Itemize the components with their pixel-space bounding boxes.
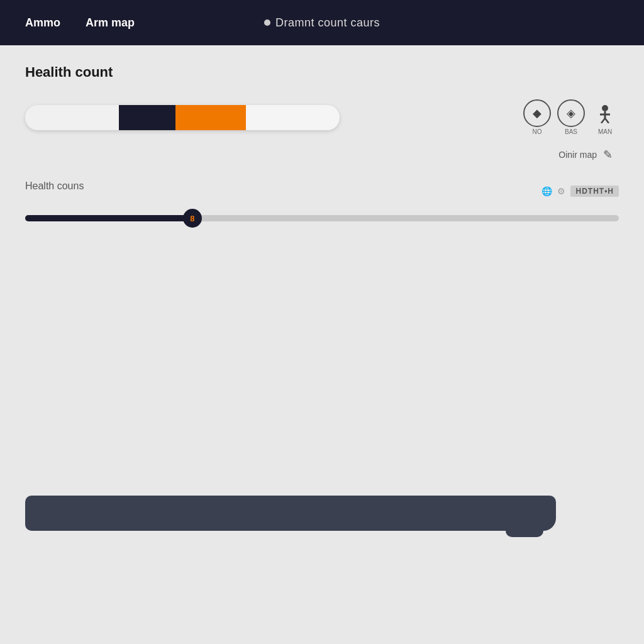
section-icons: 🌐 ⚙ HDTHT•H [541,186,619,197]
icon-label-no: NO [533,128,542,135]
icon-label-man: MAN [598,128,612,135]
nav-ammo-link[interactable]: Ammo [25,16,60,30]
page-title: Healith count [25,64,619,80]
bar-segment-white-left [25,105,119,130]
icon-label-bas: BAS [565,128,577,135]
bottom-bar-notch [506,525,543,537]
svg-line-4 [605,118,609,123]
slider-thumb[interactable]: 8 [183,209,202,228]
svg-line-3 [601,118,605,123]
icon-block-1: ◆ NO [523,99,551,135]
icons-group: ◆ NO ◈ BAS MAN [523,99,619,135]
bar-segment-orange [175,105,246,130]
icon-block-3: MAN [591,99,619,135]
navbar-right: Ammo Arm map [25,16,135,30]
minimap-row: Oinir map ✎ [25,148,619,162]
mini-icon-2: ⚙ [557,186,565,196]
health-slider-container: 8 [25,209,619,227]
bottom-bar [25,496,556,531]
color-bar [25,105,340,130]
navbar-center: Dramnt count caurs [264,16,380,30]
diamond-icon-2[interactable]: ◈ [557,99,585,127]
diamond-icon-1[interactable]: ◆ [523,99,551,127]
health-section-header: Health couns 🌐 ⚙ HDTHT•H [25,180,619,202]
color-bar-row: ◆ NO ◈ BAS MAN [25,99,619,135]
icon-block-2: ◈ BAS [557,99,585,135]
bar-segment-dark [119,105,175,130]
slider-fill [25,215,186,221]
mini-icon-1: 🌐 [541,186,552,196]
navbar: Dramnt count caurs Ammo Arm map [0,0,644,45]
dotted-badge: HDTHT•H [570,186,619,197]
nav-map-link[interactable]: Arm map [86,16,135,30]
main-content: Healith count ◆ NO ◈ BAS [0,45,644,271]
edit-icon[interactable]: ✎ [603,148,613,162]
health-section-label: Health couns [25,180,84,192]
nav-dot-icon [264,19,270,26]
man-icon[interactable] [591,99,619,127]
bar-segment-white-right [246,105,340,130]
minimap-label: Oinir map [558,150,597,160]
slider-value: 8 [190,214,194,223]
svg-point-0 [602,105,608,111]
navbar-center-text: Dramnt count caurs [275,16,380,30]
